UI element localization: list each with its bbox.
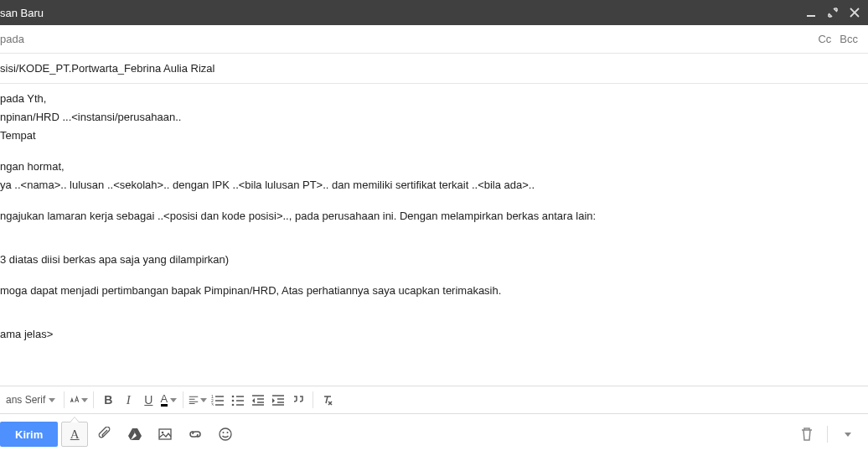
body-line: npinan/HRD ...<instansi/perusahaan.. [0, 109, 868, 125]
body-line: ngajukan lamaran kerja sebagai ..<posisi… [0, 208, 868, 224]
cc-toggle[interactable]: Cc [818, 33, 831, 45]
insert-drive-button[interactable] [121, 422, 148, 447]
compose-bottom-bar: Kirim A [0, 414, 868, 454]
close-button[interactable] [850, 8, 860, 18]
link-icon [187, 427, 204, 442]
numbered-list-button[interactable]: 123 [209, 391, 227, 409]
emoji-icon [218, 427, 233, 442]
to-field[interactable] [0, 33, 818, 45]
chevron-down-icon [170, 398, 177, 402]
svg-point-5 [232, 400, 235, 402]
compose-title: san Baru [0, 7, 44, 19]
recipients-row[interactable]: Cc Bcc [0, 25, 868, 54]
subject-row[interactable] [0, 54, 868, 84]
body-line: moga dapat menjadi pertimbangan bapak Pi… [0, 282, 868, 298]
bold-button[interactable]: B [99, 391, 117, 409]
font-family-picker[interactable]: ans Serif [3, 386, 59, 413]
align-button[interactable] [189, 391, 207, 409]
formatting-toggle-button[interactable]: A [61, 422, 88, 447]
minimize-button[interactable] [806, 8, 816, 18]
attach-file-button[interactable] [91, 422, 118, 447]
drive-icon [127, 427, 142, 442]
more-options-button[interactable] [834, 422, 861, 447]
svg-text:3: 3 [211, 402, 214, 406]
formatting-toolbar: ans Serif B I U A 123 [0, 386, 868, 414]
body-line: 3 diatas diisi berkas apa saja yang dila… [0, 251, 868, 267]
quote-button[interactable] [289, 391, 307, 409]
compose-titlebar: san Baru [0, 0, 868, 25]
underline-button[interactable]: U [139, 391, 158, 409]
svg-point-6 [232, 404, 235, 406]
paperclip-icon [97, 427, 112, 442]
discard-draft-button[interactable] [793, 422, 820, 447]
svg-point-10 [223, 432, 225, 433]
svg-rect-0 [807, 15, 815, 17]
chevron-down-icon [845, 433, 851, 437]
indent-less-button[interactable] [249, 391, 267, 409]
svg-point-11 [227, 432, 229, 433]
trash-icon [800, 427, 814, 442]
compose-body[interactable]: pada Yth, npinan/HRD ...<instansi/perusa… [0, 84, 868, 386]
insert-link-button[interactable] [182, 422, 209, 447]
svg-point-8 [162, 432, 164, 434]
svg-point-4 [232, 396, 235, 398]
body-line: Tempat [0, 127, 868, 143]
font-family-label: ans Serif [6, 394, 45, 406]
svg-point-9 [220, 428, 231, 440]
popout-button[interactable] [828, 8, 838, 18]
send-button[interactable]: Kirim [0, 422, 58, 447]
body-line: pada Yth, [0, 91, 868, 106]
subject-field[interactable] [0, 62, 868, 75]
chevron-down-icon [81, 398, 88, 402]
insert-emoji-button[interactable] [212, 422, 239, 447]
bcc-toggle[interactable]: Bcc [840, 33, 858, 45]
body-line: ya ..<nama>.. lulusan ..<sekolah>.. deng… [0, 177, 868, 193]
font-size-picker[interactable] [70, 391, 88, 409]
italic-button[interactable]: I [119, 391, 137, 409]
body-line: ngan hormat, [0, 158, 868, 174]
chevron-down-icon [200, 398, 207, 402]
remove-formatting-button[interactable] [318, 391, 337, 409]
image-icon [158, 427, 173, 442]
bulleted-list-button[interactable] [229, 391, 247, 409]
body-line: ama jelas> [0, 326, 868, 342]
text-color-button[interactable]: A [159, 391, 178, 409]
indent-more-button[interactable] [269, 391, 287, 409]
insert-photo-button[interactable] [152, 422, 178, 447]
chevron-down-icon [49, 398, 55, 402]
